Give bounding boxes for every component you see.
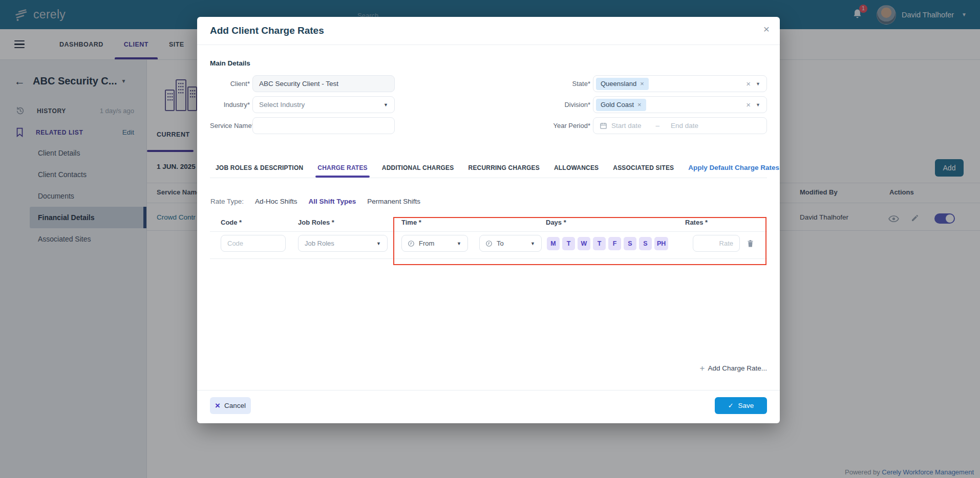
- section-title: Main Details: [210, 59, 767, 67]
- calendar-icon: [600, 122, 607, 129]
- remove-tag-icon[interactable]: ×: [640, 80, 644, 88]
- rate-type-label: Rate Type:: [210, 198, 244, 205]
- day-chip-sat[interactable]: S: [624, 237, 636, 250]
- row-divider: [210, 231, 767, 232]
- rate-type-row: Rate Type: Ad-Hoc Shifts All Shift Types…: [210, 198, 767, 205]
- end-date-placeholder[interactable]: End date: [671, 122, 698, 129]
- tab-additional-charges[interactable]: ADDITIONAL CHARGES: [382, 164, 454, 178]
- chevron-down-icon: ▼: [530, 241, 535, 246]
- rate-type-permanent[interactable]: Permanent Shifts: [367, 198, 420, 205]
- check-icon: ✓: [728, 402, 734, 409]
- modal-tabs: JOB ROLES & DESCRIPTION CHARGE RATES ADD…: [210, 161, 767, 178]
- day-chip-wed[interactable]: W: [578, 237, 590, 250]
- chevron-down-icon: ▼: [457, 241, 461, 246]
- time-to-select[interactable]: To ▼: [479, 235, 542, 252]
- year-period-label: Year Period*: [525, 122, 590, 129]
- remove-tag-icon[interactable]: ×: [637, 101, 642, 108]
- charge-rate-table: Code * Job Roles * Time * Days * Rates *…: [210, 218, 767, 269]
- rate-type-all-shift-types[interactable]: All Shift Types: [309, 198, 356, 205]
- clock-icon: [485, 240, 493, 247]
- clear-icon[interactable]: ×: [746, 79, 751, 88]
- tab-charge-rates[interactable]: CHARGE RATES: [317, 164, 368, 178]
- day-chip-fri[interactable]: F: [608, 237, 621, 250]
- apply-default-charge-rates-link[interactable]: Apply Default Charge Rates: [688, 164, 779, 178]
- division-label: Division*: [525, 101, 590, 108]
- state-label: State*: [525, 80, 590, 88]
- division-tag: Gold Coast×: [596, 99, 646, 111]
- tab-allowances[interactable]: ALLOWANCES: [554, 164, 599, 178]
- day-chip-sun[interactable]: S: [639, 237, 652, 250]
- chevron-down-icon[interactable]: ▼: [756, 81, 760, 86]
- row-divider: [210, 258, 767, 259]
- delete-row-trash-icon[interactable]: [747, 239, 754, 248]
- state-multiselect[interactable]: Queensland× ×▼: [593, 75, 767, 92]
- rate-input[interactable]: [693, 235, 740, 252]
- client-field: [252, 75, 395, 92]
- day-chip-mon[interactable]: M: [547, 237, 560, 250]
- add-charge-rate-link[interactable]: + Add Charge Rate...: [210, 364, 767, 373]
- plus-icon: +: [699, 364, 705, 373]
- close-icon[interactable]: ×: [763, 24, 770, 34]
- division-multiselect[interactable]: Gold Coast× ×▼: [593, 96, 767, 113]
- clock-icon: [408, 240, 415, 247]
- day-chip-thu[interactable]: T: [593, 237, 606, 250]
- cancel-button[interactable]: × Cancel: [210, 397, 251, 414]
- col-header-code: Code *: [221, 219, 242, 226]
- chevron-down-icon: ▼: [384, 102, 388, 107]
- page: cerely Search 1 David Thalhofer ▼ DASHBO…: [0, 0, 980, 478]
- rate-type-ad-hoc[interactable]: Ad-Hoc Shifts: [255, 198, 297, 205]
- col-header-job-roles: Job Roles *: [298, 219, 334, 226]
- client-label: Client*: [210, 80, 250, 88]
- col-header-days: Days *: [546, 219, 566, 226]
- start-date-placeholder[interactable]: Start date: [611, 122, 642, 129]
- code-input[interactable]: [221, 235, 286, 252]
- add-client-charge-rates-modal: Add Client Charge Rates × Main Details C…: [197, 17, 780, 423]
- service-name-input[interactable]: [253, 118, 394, 134]
- day-selector: M T W T F S S PH: [547, 237, 668, 250]
- day-chip-tue[interactable]: T: [562, 237, 575, 250]
- clear-icon[interactable]: ×: [746, 100, 751, 109]
- chevron-down-icon: ▼: [376, 241, 381, 246]
- col-header-rates: Rates *: [685, 219, 708, 226]
- modal-title: Add Client Charge Rates: [210, 25, 324, 36]
- tab-recurring-charges[interactable]: RECURRING CHARGES: [468, 164, 540, 178]
- service-name-field: [252, 117, 395, 134]
- client-input[interactable]: [253, 76, 394, 92]
- col-header-time: Time *: [401, 219, 421, 226]
- modal-footer-divider: [197, 390, 780, 390]
- industry-label: Industry*: [210, 101, 250, 108]
- time-from-select[interactable]: From ▼: [401, 235, 468, 252]
- service-name-label: Service Name*: [210, 122, 250, 129]
- state-tag: Queensland×: [596, 78, 649, 90]
- cancel-x-icon: ×: [215, 401, 220, 410]
- chevron-down-icon[interactable]: ▼: [756, 102, 760, 107]
- tab-job-roles-description[interactable]: JOB ROLES & DESCRIPTION: [216, 164, 303, 178]
- job-roles-select[interactable]: Job Roles ▼: [298, 235, 388, 252]
- industry-select[interactable]: Select Industry ▼: [252, 96, 395, 113]
- save-button[interactable]: ✓ Save: [715, 397, 767, 414]
- day-chip-public-holiday[interactable]: PH: [654, 237, 668, 250]
- tab-associated-sites[interactable]: ASSOCIATED SITES: [613, 164, 674, 178]
- year-period-range[interactable]: Start date – End date: [593, 117, 767, 134]
